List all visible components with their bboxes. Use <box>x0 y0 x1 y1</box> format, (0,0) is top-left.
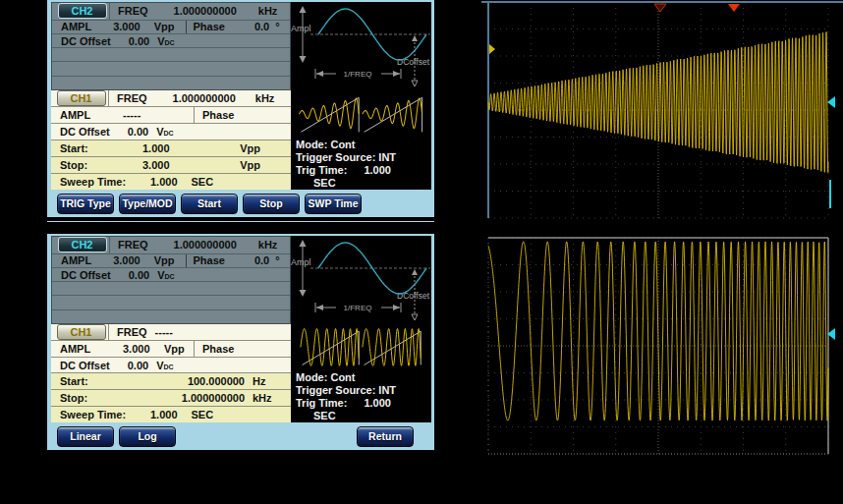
phase-unit: ° <box>275 21 279 32</box>
ampl-unit: Vpp <box>154 21 175 32</box>
arrowhead-left-icon <box>316 305 323 310</box>
empty-row <box>52 48 290 62</box>
dc-offset-value: 0.00 <box>129 269 149 281</box>
stop-value: 3.000 <box>142 159 170 171</box>
divider <box>194 107 195 123</box>
ch2-badge-cell: CH2 <box>55 237 110 253</box>
ch1-badge-cell: CH1 <box>54 324 109 340</box>
ampl-label: AMPL <box>61 254 91 266</box>
ch1-dc-offset-row: DC Offset 0.00 VDC <box>51 358 291 374</box>
function-generator-screen-amplitude-sweep: CH2 FREQ 1.000000000 kHz AMPL 3.000 Vpp … <box>47 0 434 222</box>
ampl-label: AMPL <box>60 343 123 355</box>
dc-offset-label: DC Offset <box>60 360 110 371</box>
ch2-freq-row: CH2 FREQ 1.000000000 kHz <box>52 237 290 254</box>
dcoffset-diagram-label: DCoffset <box>397 57 430 67</box>
empty-row <box>52 62 290 76</box>
ch2-dc-offset-row: DC Offset 0.00 VDC <box>52 34 290 48</box>
softkey-swp-time[interactable]: SWP Time <box>305 194 362 214</box>
phase-label: Phase <box>202 109 234 121</box>
arrowhead-left-icon <box>316 71 323 77</box>
phase-value: 0.0 <box>254 21 269 32</box>
softkey-log[interactable]: Log <box>119 426 176 447</box>
freq-sweep-thumbnail <box>291 324 431 368</box>
ampl-value: ----- <box>123 109 194 121</box>
freq-value: 1.000000000 <box>174 5 237 17</box>
softkey-trig-type[interactable]: TRIG Type <box>57 194 114 214</box>
phase-value: 0.0 <box>254 254 269 266</box>
freq-value: 1.000000000 <box>174 239 237 251</box>
softkey-return[interactable]: Return <box>357 426 414 447</box>
arrowhead-up-icon <box>412 269 418 275</box>
divider <box>194 341 195 357</box>
ch1-preview-panel: Mode: Cont Trigger Source: INT Trig Time… <box>291 90 431 190</box>
softkey-bar: TRIG Type Type/MOD Start Stop SWP Time <box>51 190 431 217</box>
freq-unit: kHz <box>255 92 275 104</box>
ch1-badge-cell: CH1 <box>54 90 109 106</box>
trig-time-value: 1.000 <box>364 164 391 177</box>
ampl-label: AMPL <box>60 109 123 121</box>
sweep-time-value: 1.000 <box>150 409 178 420</box>
softkey-stop[interactable]: Stop <box>243 194 300 214</box>
start-unit: Hz <box>253 375 265 387</box>
period-diagram-label: 1/FREQ <box>344 70 372 79</box>
ch2-freq-row: CH2 FREQ 1.000000000 kHz <box>52 3 290 21</box>
softkey-bar: Linear Log Return <box>51 422 431 450</box>
ch1-section: CH1 FREQ 1.000000000 kHz AMPL ----- Phas… <box>51 90 431 190</box>
ampl-value: 3.000 <box>123 343 164 355</box>
ch1-badge: CH1 <box>57 90 106 106</box>
trigger-source-status: Trigger Source: INT <box>296 151 431 164</box>
ampl-value: 3.000 <box>113 254 140 266</box>
dc-offset-unit: VDC <box>156 360 173 371</box>
ch2-dc-offset-row: DC Offset 0.00 VDC <box>52 268 290 282</box>
softkey-linear[interactable]: Linear <box>57 426 114 447</box>
softkey-type-mod[interactable]: Type/MOD <box>119 194 176 214</box>
stop-label: Stop: <box>60 159 142 171</box>
phase-label: Phase <box>193 21 224 32</box>
divider <box>186 21 187 33</box>
period-diagram-label: 1/FREQ <box>344 304 372 312</box>
freq-unit: kHz <box>258 239 278 251</box>
phase-unit: ° <box>275 254 279 266</box>
arrowhead-down-icon <box>412 81 418 86</box>
empty-row <box>52 310 290 323</box>
dc-offset-value: 0.00 <box>128 360 148 371</box>
sweep-start-row: Start: 1.000 Vpp <box>51 140 291 157</box>
ampl-unit: Vpp <box>164 343 194 355</box>
waveform-trace <box>363 329 421 366</box>
screen-bottom-bar <box>47 450 434 454</box>
ch2-waveform-diagram: Ampl DCoffset 1/FREQ <box>291 236 431 324</box>
arrowhead-up-icon <box>412 35 418 41</box>
start-value: 100.000000 <box>142 375 245 387</box>
ch1-ampl-phase-row: AMPL ----- Phase <box>51 107 291 124</box>
sweep-time-unit: SEC <box>192 409 214 420</box>
ampl-diagram-label: Ampl <box>291 257 311 267</box>
ch2-ampl-phase-row: AMPL 3.000 Vpp Phase 0.0 ° <box>52 254 290 268</box>
empty-row <box>52 77 290 89</box>
sweep-stop-row: Stop: 1.000000000 kHz <box>51 390 291 407</box>
stop-unit: kHz <box>253 392 272 404</box>
softkey-start[interactable]: Start <box>181 194 238 214</box>
stop-label: Stop: <box>60 392 142 404</box>
sweep-start-row: Start: 100.000000 Hz <box>51 373 291 390</box>
start-value: 1.000 <box>142 142 170 154</box>
empty-row <box>52 296 290 309</box>
trig-time-unit: SEC <box>313 177 336 190</box>
ampl-diagram-label: Ampl <box>291 24 311 33</box>
dc-offset-unit: VDC <box>157 35 174 47</box>
sweep-time-unit: SEC <box>192 176 214 188</box>
trig-time-status: Trig Time: 1.000 SEC <box>296 397 431 422</box>
arrowhead-up-icon <box>300 6 307 13</box>
oscilloscope-amplitude-sweep <box>481 0 843 220</box>
dc-offset-unit: VDC <box>157 269 174 281</box>
freq-value: 1.000000000 <box>173 92 236 104</box>
dc-offset-label: DC Offset <box>61 269 111 281</box>
stop-unit: Vpp <box>240 159 260 171</box>
ch2-badge: CH2 <box>58 3 107 19</box>
am-sweep-thumbnail <box>291 90 431 136</box>
start-label: Start: <box>60 142 142 154</box>
scope-display <box>481 236 843 457</box>
trig-time-value: 1.000 <box>364 397 391 410</box>
freq-label: FREQ <box>118 239 148 251</box>
trig-time-label: Trig Time: <box>296 164 347 177</box>
sweep-stop-row: Stop: 3.000 Vpp <box>51 157 291 174</box>
